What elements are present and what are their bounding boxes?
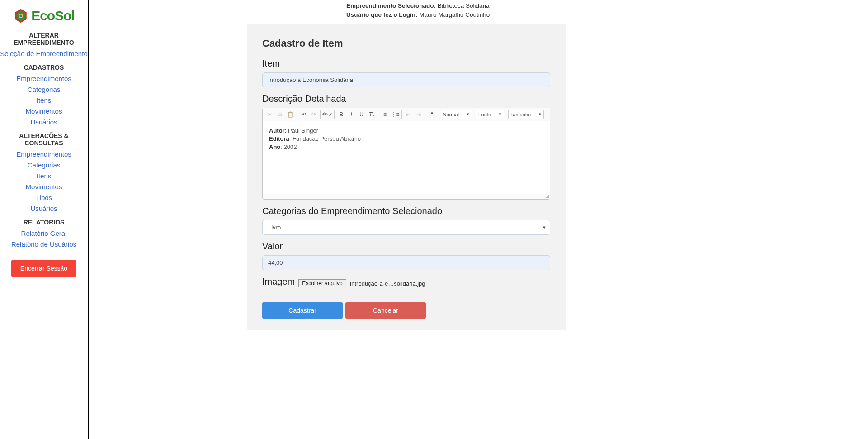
description-label: Descrição Detalhada (262, 94, 550, 104)
copy-icon: ⧉ (276, 110, 285, 119)
nav-relatorio-geral[interactable]: Relatório Geral (0, 229, 88, 237)
italic-icon[interactable]: I (347, 110, 356, 119)
page-title: Cadastro de Item (262, 38, 550, 49)
nav-cad-movimentos[interactable]: Movimentos (0, 107, 88, 115)
logout-button[interactable]: Encerrar Sessão (11, 260, 76, 277)
size-select[interactable]: Tamanho ▼ (508, 110, 544, 119)
desc-author-label: Autor (269, 127, 285, 134)
resize-handle[interactable] (263, 194, 550, 199)
toolbar-separator (297, 110, 297, 119)
svg-point-3 (20, 14, 22, 17)
choose-file-button[interactable]: Escolher arquivo (298, 279, 346, 287)
underline-icon[interactable]: U (357, 110, 366, 119)
item-input[interactable] (262, 72, 550, 87)
desc-year-value: : 2002 (280, 143, 297, 150)
toolbar-separator (546, 110, 546, 119)
outdent-icon: ⇤ (404, 110, 413, 119)
desc-editor-label: Editora (269, 135, 289, 142)
main-content: Empreendimento Selecionado: Biblioteca S… (89, 0, 868, 439)
section-alterar-empreendimento: ALTERAR EMPREENDIMENTO (0, 32, 88, 46)
nav-cad-empreendimentos[interactable]: Empreendimentos (0, 75, 88, 82)
selected-enterprise-label: Empreendimento Selecionado: (346, 2, 436, 9)
editor-box: ✂ ⧉ 📋 ↶ ↷ ᵃᵇᶜ✓ B I U Tₓ ≡ ⋮≡ (262, 108, 550, 200)
logged-user-label: Usuário que fez o Login: (346, 11, 418, 18)
format-select[interactable]: Normal ▼ (441, 110, 472, 119)
ordered-list-icon[interactable]: ≡ (380, 110, 390, 119)
nav-selecao-empreendimento[interactable]: Seleção de Empreendimento (0, 50, 88, 57)
item-label: Item (262, 58, 550, 69)
category-select[interactable]: Livro (262, 220, 550, 235)
blockquote-icon[interactable]: ❝ (427, 110, 437, 119)
nav-alt-itens[interactable]: Itens (0, 172, 88, 180)
toolbar-separator (320, 110, 321, 119)
logged-user-value: Mauro Margalho Coutinho (419, 11, 490, 18)
logo-text: EcoSol (31, 8, 75, 24)
form-card: Cadastro de Item Item Descrição Detalhad… (247, 24, 566, 330)
section-alteracoes-consultas: ALTERAÇÕES & CONSULTAS (0, 132, 88, 147)
chevron-down-icon: ▼ (538, 112, 542, 116)
cut-icon: ✂ (265, 110, 275, 119)
nav-cad-categorias[interactable]: Categorias (0, 86, 88, 93)
chevron-down-icon: ▼ (498, 112, 502, 116)
toolbar-separator (439, 110, 439, 119)
logo-icon (13, 8, 28, 24)
file-name: Introdução-à-e…solidária.jpg (350, 280, 425, 287)
section-cadastros: CADASTROS (0, 64, 88, 71)
nav-cad-itens[interactable]: Itens (0, 96, 88, 104)
format-select-label: Normal (443, 112, 459, 117)
nav-alt-categorias[interactable]: Categorias (0, 161, 88, 169)
toolbar-separator (474, 110, 474, 119)
image-label: Imagem (262, 277, 295, 287)
font-select[interactable]: Fonte ▼ (476, 110, 504, 119)
paste-icon[interactable]: 📋 (286, 110, 295, 119)
spellcheck-icon[interactable]: ᵃᵇᶜ✓ (322, 110, 332, 119)
bold-icon[interactable]: B (336, 110, 346, 119)
desc-editor-value: : Fundação Perseu Abramo (289, 135, 361, 142)
unordered-list-icon[interactable]: ⋮≡ (391, 110, 400, 119)
toolbar-separator (378, 110, 378, 119)
valor-label: Valor (262, 241, 550, 252)
toolbar-separator (401, 110, 402, 119)
font-select-label: Fonte (478, 112, 491, 117)
editor-toolbar: ✂ ⧉ 📋 ↶ ↷ ᵃᵇᶜ✓ B I U Tₓ ≡ ⋮≡ (263, 108, 550, 121)
undo-icon[interactable]: ↶ (299, 110, 308, 119)
logged-user-line: Usuário que fez o Login: Mauro Margalho … (346, 11, 868, 19)
sidebar: EcoSol ALTERAR EMPREENDIMENTO Seleção de… (0, 0, 89, 439)
top-info: Empreendimento Selecionado: Biblioteca S… (346, 0, 868, 19)
desc-year-label: Ano (269, 143, 280, 150)
desc-author-value: : Paul Singer (285, 127, 318, 134)
section-relatorios: RELATÓRIOS (0, 219, 88, 226)
logo: EcoSol (0, 8, 88, 24)
nav-alt-usuarios[interactable]: Usuários (0, 205, 88, 212)
category-label: Categorias do Empreendimento Selecionado (262, 206, 550, 216)
cancel-button[interactable]: Cancelar (345, 302, 426, 319)
toolbar-separator (506, 110, 506, 119)
toolbar-separator (425, 110, 425, 119)
redo-icon: ↷ (309, 110, 319, 119)
indent-icon: ⇥ (414, 110, 424, 119)
valor-input[interactable] (262, 255, 550, 270)
nav-alt-tipos[interactable]: Tipos (0, 194, 88, 201)
selected-enterprise-value: Biblioteca Solidária (438, 2, 490, 9)
submit-button[interactable]: Cadastrar (262, 302, 343, 319)
description-editor[interactable]: Autor: Paul Singer Editora: Fundação Per… (263, 121, 550, 194)
remove-format-icon[interactable]: Tₓ (367, 110, 377, 119)
toolbar-separator (334, 110, 335, 119)
nav-alt-empreendimentos[interactable]: Empreendimentos (0, 150, 88, 158)
selected-enterprise-line: Empreendimento Selecionado: Biblioteca S… (346, 2, 868, 10)
nav-relatorio-usuarios[interactable]: Relatório de Usuários (0, 240, 88, 248)
nav-alt-movimentos[interactable]: Movimentos (0, 183, 88, 191)
chevron-down-icon: ▼ (466, 112, 470, 116)
size-select-label: Tamanho (510, 112, 531, 117)
nav-cad-usuarios[interactable]: Usuários (0, 118, 88, 126)
